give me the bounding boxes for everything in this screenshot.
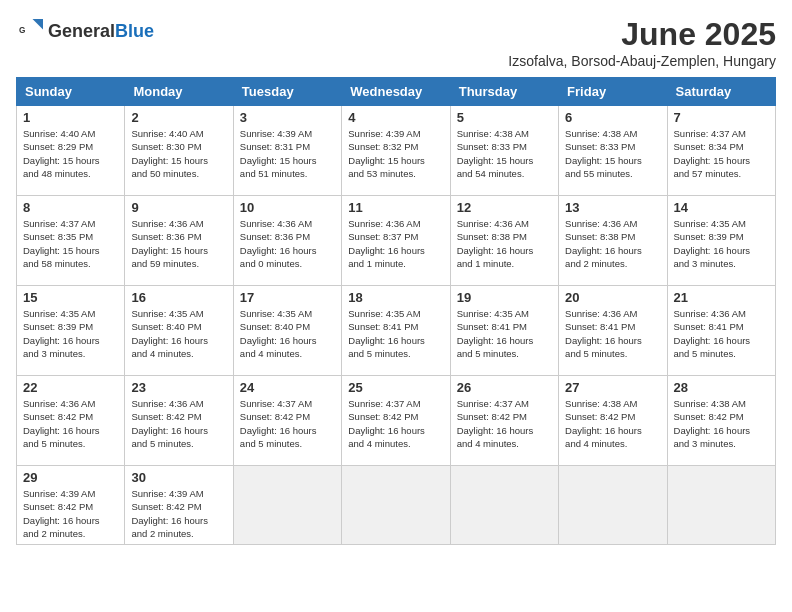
calendar-day-cell: 20Sunrise: 4:36 AM Sunset: 8:41 PM Dayli… <box>559 286 667 376</box>
day-info: Sunrise: 4:39 AM Sunset: 8:42 PM Dayligh… <box>23 487 118 540</box>
calendar-week-row: 8Sunrise: 4:37 AM Sunset: 8:35 PM Daylig… <box>17 196 776 286</box>
calendar-day-cell: 16Sunrise: 4:35 AM Sunset: 8:40 PM Dayli… <box>125 286 233 376</box>
calendar-day-cell: 8Sunrise: 4:37 AM Sunset: 8:35 PM Daylig… <box>17 196 125 286</box>
day-number: 30 <box>131 470 226 485</box>
calendar-table: SundayMondayTuesdayWednesdayThursdayFrid… <box>16 77 776 545</box>
day-number: 13 <box>565 200 660 215</box>
day-info: Sunrise: 4:40 AM Sunset: 8:29 PM Dayligh… <box>23 127 118 180</box>
calendar-day-cell: 11Sunrise: 4:36 AM Sunset: 8:37 PM Dayli… <box>342 196 450 286</box>
day-of-week-header: Sunday <box>17 78 125 106</box>
calendar-day-cell: 19Sunrise: 4:35 AM Sunset: 8:41 PM Dayli… <box>450 286 558 376</box>
day-info: Sunrise: 4:36 AM Sunset: 8:38 PM Dayligh… <box>457 217 552 270</box>
day-info: Sunrise: 4:39 AM Sunset: 8:32 PM Dayligh… <box>348 127 443 180</box>
day-info: Sunrise: 4:35 AM Sunset: 8:40 PM Dayligh… <box>240 307 335 360</box>
day-number: 11 <box>348 200 443 215</box>
svg-text:G: G <box>19 26 25 35</box>
day-info: Sunrise: 4:38 AM Sunset: 8:42 PM Dayligh… <box>565 397 660 450</box>
day-info: Sunrise: 4:35 AM Sunset: 8:40 PM Dayligh… <box>131 307 226 360</box>
calendar-day-cell: 9Sunrise: 4:36 AM Sunset: 8:36 PM Daylig… <box>125 196 233 286</box>
calendar-week-row: 29Sunrise: 4:39 AM Sunset: 8:42 PM Dayli… <box>17 466 776 545</box>
day-number: 1 <box>23 110 118 125</box>
day-info: Sunrise: 4:36 AM Sunset: 8:36 PM Dayligh… <box>240 217 335 270</box>
day-number: 2 <box>131 110 226 125</box>
calendar-day-cell: 7Sunrise: 4:37 AM Sunset: 8:34 PM Daylig… <box>667 106 775 196</box>
day-info: Sunrise: 4:36 AM Sunset: 8:41 PM Dayligh… <box>674 307 769 360</box>
calendar-week-row: 22Sunrise: 4:36 AM Sunset: 8:42 PM Dayli… <box>17 376 776 466</box>
calendar-day-cell <box>667 466 775 545</box>
day-info: Sunrise: 4:39 AM Sunset: 8:31 PM Dayligh… <box>240 127 335 180</box>
day-number: 25 <box>348 380 443 395</box>
day-of-week-header: Wednesday <box>342 78 450 106</box>
day-info: Sunrise: 4:37 AM Sunset: 8:34 PM Dayligh… <box>674 127 769 180</box>
calendar-day-cell: 3Sunrise: 4:39 AM Sunset: 8:31 PM Daylig… <box>233 106 341 196</box>
day-number: 19 <box>457 290 552 305</box>
day-number: 27 <box>565 380 660 395</box>
calendar-day-cell: 12Sunrise: 4:36 AM Sunset: 8:38 PM Dayli… <box>450 196 558 286</box>
day-number: 23 <box>131 380 226 395</box>
day-number: 29 <box>23 470 118 485</box>
day-info: Sunrise: 4:38 AM Sunset: 8:42 PM Dayligh… <box>674 397 769 450</box>
day-info: Sunrise: 4:35 AM Sunset: 8:39 PM Dayligh… <box>23 307 118 360</box>
day-info: Sunrise: 4:38 AM Sunset: 8:33 PM Dayligh… <box>457 127 552 180</box>
calendar-day-cell: 18Sunrise: 4:35 AM Sunset: 8:41 PM Dayli… <box>342 286 450 376</box>
day-number: 12 <box>457 200 552 215</box>
logo-icon: G <box>16 16 46 46</box>
day-info: Sunrise: 4:35 AM Sunset: 8:41 PM Dayligh… <box>348 307 443 360</box>
day-info: Sunrise: 4:36 AM Sunset: 8:38 PM Dayligh… <box>565 217 660 270</box>
day-number: 10 <box>240 200 335 215</box>
calendar-day-cell: 15Sunrise: 4:35 AM Sunset: 8:39 PM Dayli… <box>17 286 125 376</box>
calendar-day-cell: 29Sunrise: 4:39 AM Sunset: 8:42 PM Dayli… <box>17 466 125 545</box>
header: G GeneralBlue June 2025 Izsofalva, Borso… <box>16 16 776 69</box>
logo-blue-text: Blue <box>115 21 154 41</box>
calendar-day-cell: 4Sunrise: 4:39 AM Sunset: 8:32 PM Daylig… <box>342 106 450 196</box>
day-of-week-header: Tuesday <box>233 78 341 106</box>
day-info: Sunrise: 4:37 AM Sunset: 8:42 PM Dayligh… <box>348 397 443 450</box>
calendar-day-cell: 13Sunrise: 4:36 AM Sunset: 8:38 PM Dayli… <box>559 196 667 286</box>
calendar-header-row: SundayMondayTuesdayWednesdayThursdayFrid… <box>17 78 776 106</box>
day-info: Sunrise: 4:35 AM Sunset: 8:41 PM Dayligh… <box>457 307 552 360</box>
calendar-day-cell: 25Sunrise: 4:37 AM Sunset: 8:42 PM Dayli… <box>342 376 450 466</box>
day-info: Sunrise: 4:37 AM Sunset: 8:35 PM Dayligh… <box>23 217 118 270</box>
calendar-day-cell: 17Sunrise: 4:35 AM Sunset: 8:40 PM Dayli… <box>233 286 341 376</box>
calendar-week-row: 1Sunrise: 4:40 AM Sunset: 8:29 PM Daylig… <box>17 106 776 196</box>
day-info: Sunrise: 4:36 AM Sunset: 8:42 PM Dayligh… <box>23 397 118 450</box>
day-number: 6 <box>565 110 660 125</box>
calendar-day-cell: 1Sunrise: 4:40 AM Sunset: 8:29 PM Daylig… <box>17 106 125 196</box>
calendar-week-row: 15Sunrise: 4:35 AM Sunset: 8:39 PM Dayli… <box>17 286 776 376</box>
day-number: 20 <box>565 290 660 305</box>
day-number: 26 <box>457 380 552 395</box>
calendar-day-cell: 23Sunrise: 4:36 AM Sunset: 8:42 PM Dayli… <box>125 376 233 466</box>
month-title: June 2025 <box>508 16 776 53</box>
calendar-day-cell: 2Sunrise: 4:40 AM Sunset: 8:30 PM Daylig… <box>125 106 233 196</box>
day-info: Sunrise: 4:40 AM Sunset: 8:30 PM Dayligh… <box>131 127 226 180</box>
calendar-day-cell: 10Sunrise: 4:36 AM Sunset: 8:36 PM Dayli… <box>233 196 341 286</box>
day-info: Sunrise: 4:36 AM Sunset: 8:37 PM Dayligh… <box>348 217 443 270</box>
calendar-day-cell: 24Sunrise: 4:37 AM Sunset: 8:42 PM Dayli… <box>233 376 341 466</box>
calendar-day-cell: 26Sunrise: 4:37 AM Sunset: 8:42 PM Dayli… <box>450 376 558 466</box>
day-number: 14 <box>674 200 769 215</box>
day-info: Sunrise: 4:37 AM Sunset: 8:42 PM Dayligh… <box>240 397 335 450</box>
day-number: 21 <box>674 290 769 305</box>
calendar-day-cell: 28Sunrise: 4:38 AM Sunset: 8:42 PM Dayli… <box>667 376 775 466</box>
day-number: 9 <box>131 200 226 215</box>
day-info: Sunrise: 4:38 AM Sunset: 8:33 PM Dayligh… <box>565 127 660 180</box>
day-number: 15 <box>23 290 118 305</box>
calendar-day-cell: 22Sunrise: 4:36 AM Sunset: 8:42 PM Dayli… <box>17 376 125 466</box>
day-number: 28 <box>674 380 769 395</box>
day-number: 22 <box>23 380 118 395</box>
calendar-day-cell <box>450 466 558 545</box>
logo-general-text: General <box>48 21 115 41</box>
day-number: 17 <box>240 290 335 305</box>
logo: G GeneralBlue <box>16 16 154 46</box>
day-info: Sunrise: 4:39 AM Sunset: 8:42 PM Dayligh… <box>131 487 226 540</box>
day-number: 8 <box>23 200 118 215</box>
day-number: 3 <box>240 110 335 125</box>
day-of-week-header: Monday <box>125 78 233 106</box>
day-of-week-header: Friday <box>559 78 667 106</box>
location-title: Izsofalva, Borsod-Abauj-Zemplen, Hungary <box>508 53 776 69</box>
calendar-day-cell: 27Sunrise: 4:38 AM Sunset: 8:42 PM Dayli… <box>559 376 667 466</box>
day-of-week-header: Saturday <box>667 78 775 106</box>
day-number: 18 <box>348 290 443 305</box>
day-number: 4 <box>348 110 443 125</box>
calendar-day-cell: 5Sunrise: 4:38 AM Sunset: 8:33 PM Daylig… <box>450 106 558 196</box>
